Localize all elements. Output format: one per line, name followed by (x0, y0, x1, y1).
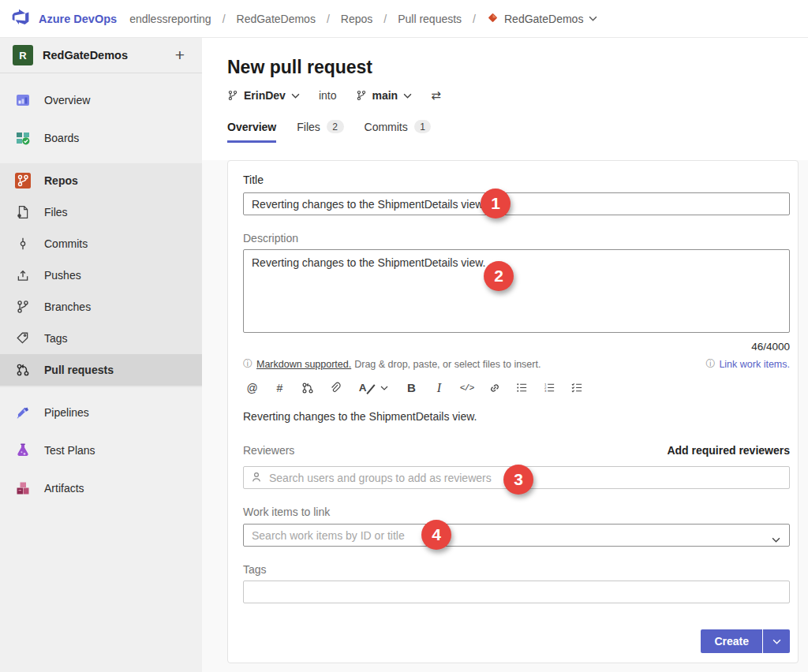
breadcrumb-organization[interactable]: endlessreporting (129, 13, 211, 25)
info-icon: ⓘ (243, 357, 252, 371)
reviewers-header-row: Reviewers Add required reviewers (243, 444, 790, 457)
link-work-items-link[interactable]: ⓘ Link work items. (705, 357, 790, 371)
sidebar-item-label: Repos (44, 174, 78, 187)
sidebar-item-artifacts[interactable]: Artifacts (0, 472, 202, 504)
boards-icon (14, 129, 32, 147)
chevron-down-icon (291, 93, 300, 99)
add-project-item-button[interactable]: + (170, 46, 189, 65)
project-header: R RedGateDemos + (0, 38, 202, 73)
tags-input[interactable] (243, 581, 790, 603)
sidebar-item-files[interactable]: Files (0, 196, 202, 228)
azure-devops-logo-icon (11, 7, 31, 30)
target-branch-name: main (372, 89, 398, 102)
swap-branches-icon[interactable]: ⇄ (431, 88, 441, 103)
repository-picker[interactable]: RedGateDemos (487, 12, 597, 26)
description-toolbar: @ # A B I </> (243, 379, 790, 397)
breadcrumb: endlessreporting / RedGateDemos / Repos … (129, 12, 597, 26)
page-title: New pull request (227, 57, 372, 78)
chevron-down-icon (772, 639, 781, 644)
work-item-icon[interactable]: # (271, 379, 289, 397)
sidebar-item-test-plans[interactable]: Test Plans (0, 435, 202, 466)
sidebar-item-repos[interactable]: Repos (0, 165, 202, 196)
format-icon[interactable]: A (354, 379, 372, 397)
sidebar-item-label: Pushes (44, 269, 81, 282)
sidebar-item-branches[interactable]: Branches (0, 291, 202, 323)
repository-picker-label: RedGateDemos (504, 13, 583, 25)
tab-label: Commits (365, 121, 408, 133)
work-items-search-input[interactable] (243, 524, 790, 547)
insert-files-hint: Drag & drop, paste, or select files to i… (354, 359, 541, 370)
sidebar-item-label: Tags (44, 332, 68, 345)
create-options-dropdown[interactable] (763, 629, 790, 653)
character-count: 46/4000 (243, 341, 790, 353)
files-count-badge: 2 (327, 120, 344, 133)
code-icon[interactable]: </> (458, 379, 476, 397)
bold-icon[interactable]: B (402, 379, 421, 397)
sidebar-item-pipelines[interactable]: Pipelines (0, 397, 202, 428)
test-plans-icon (14, 442, 32, 459)
sidebar-item-label: Commits (44, 237, 88, 250)
mention-icon[interactable]: @ (243, 379, 261, 397)
repos-icon (14, 172, 32, 189)
chevron-down-icon[interactable] (772, 532, 780, 546)
create-button[interactable]: Create (701, 629, 762, 653)
link-icon[interactable] (485, 379, 503, 397)
reviewers-label: Reviewers (243, 444, 294, 457)
main-content: New pull request ErinDev into main ⇄ Ove… (202, 38, 808, 672)
sidebar-item-label: Overview (44, 94, 90, 106)
sidebar-item-label: Files (44, 206, 68, 218)
sidebar-item-pushes[interactable]: Pushes (0, 259, 202, 291)
project-name[interactable]: RedGateDemos (43, 49, 161, 62)
brand-name: Azure DevOps (39, 13, 117, 25)
sidebar-item-label: Artifacts (44, 482, 84, 495)
tab-overview[interactable]: Overview (227, 120, 276, 143)
sidebar-item-boards[interactable]: Boards (0, 122, 202, 154)
check-list-icon[interactable] (568, 379, 586, 397)
description-preview-text: Reverting changes to the ShipmentDetails… (243, 410, 790, 423)
pull-request-icon[interactable] (298, 379, 316, 397)
source-branch-name: ErinDev (244, 89, 286, 102)
sidebar-divider (0, 73, 202, 73)
pull-requests-icon (14, 361, 32, 379)
sidebar-item-label: Pipelines (44, 406, 89, 419)
title-input[interactable] (243, 192, 790, 215)
repos-section: Repos Files Commits Pushes (0, 163, 202, 387)
commits-count-badge: 1 (414, 120, 432, 133)
markdown-supported-link[interactable]: Markdown supported. (256, 359, 351, 370)
tab-files[interactable]: Files 2 (297, 120, 343, 143)
sidebar-item-overview[interactable]: Overview (0, 84, 202, 116)
sidebar-item-pull-requests[interactable]: Pull requests (0, 354, 202, 386)
sidebar-item-label: Branches (44, 301, 91, 313)
description-textarea[interactable]: Reverting changes to the ShipmentDetails… (243, 249, 790, 333)
target-branch-selector[interactable]: main (356, 89, 413, 102)
sidebar-item-commits[interactable]: Commits (0, 228, 202, 259)
branches-icon (14, 298, 32, 315)
sidebar-item-label: Test Plans (44, 444, 95, 457)
add-required-reviewers-button[interactable]: Add required reviewers (667, 444, 790, 457)
create-split-button: Create (701, 629, 790, 653)
tab-label: Overview (227, 121, 276, 133)
azure-devops-home-link[interactable]: Azure DevOps (11, 7, 117, 30)
repository-icon (487, 12, 499, 26)
breadcrumb-pull-requests[interactable]: Pull requests (398, 13, 462, 25)
breadcrumb-repos[interactable]: Repos (341, 13, 372, 25)
source-branch-selector[interactable]: ErinDev (227, 89, 300, 102)
pipelines-icon (14, 404, 32, 421)
pushes-icon (14, 267, 32, 284)
annotation-badge-4: 4 (421, 520, 451, 550)
artifacts-icon (14, 480, 32, 497)
top-bar: Azure DevOps endlessreporting / RedGateD… (0, 0, 808, 38)
overview-icon (14, 91, 32, 109)
bulleted-list-icon[interactable] (513, 379, 531, 397)
format-dropdown-icon[interactable] (375, 379, 393, 397)
sidebar: R RedGateDemos + Overview Boards Repos (0, 38, 202, 672)
sidebar-item-tags[interactable]: Tags (0, 323, 202, 354)
svg-text:3: 3 (544, 389, 547, 393)
tab-commits[interactable]: Commits 1 (365, 120, 432, 143)
italic-icon[interactable]: I (430, 379, 448, 397)
link-work-items-label: Link work items. (719, 359, 790, 370)
breadcrumb-project[interactable]: RedGateDemos (237, 13, 316, 25)
annotation-badge-2: 2 (484, 261, 514, 291)
numbered-list-icon[interactable]: 123 (541, 379, 559, 397)
attach-icon[interactable] (326, 379, 344, 397)
